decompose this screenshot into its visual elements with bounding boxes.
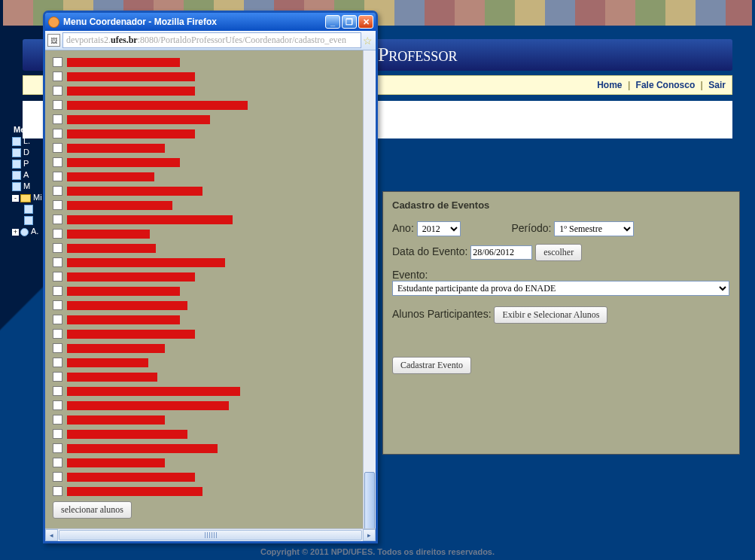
student-checkbox[interactable] xyxy=(53,386,62,396)
popup-titlebar[interactable]: Menu Coordenador - Mozilla Firefox _ ❐ ✕ xyxy=(45,13,376,31)
submit-event-button[interactable]: Cadastrar Evento xyxy=(392,357,471,374)
student-row xyxy=(53,55,360,69)
student-checkbox[interactable] xyxy=(53,472,62,482)
window-close-button[interactable]: ✕ xyxy=(358,15,373,29)
date-input[interactable] xyxy=(470,245,532,260)
popup-window: Menu Coordenador - Mozilla Firefox _ ❐ ✕… xyxy=(43,11,378,543)
link-exit[interactable]: Sair xyxy=(708,80,726,90)
choose-date-button[interactable]: escolher xyxy=(535,244,582,261)
student-checkbox[interactable] xyxy=(53,114,62,124)
redacted-name xyxy=(67,344,165,353)
popup-viewport: selecionar alunos xyxy=(45,50,363,528)
student-checkbox[interactable] xyxy=(53,486,62,496)
show-select-students-button[interactable]: Exibir e Selecionar Alunos xyxy=(494,306,607,324)
student-row xyxy=(53,255,360,269)
select-students-button[interactable]: selecionar alunos xyxy=(53,501,132,519)
student-checkbox[interactable] xyxy=(53,129,62,138)
popup-title: Menu Coordenador - Mozilla Firefox xyxy=(63,17,325,27)
student-row xyxy=(53,155,360,169)
student-checkbox[interactable] xyxy=(53,315,62,324)
student-checkbox[interactable] xyxy=(53,372,62,382)
student-checkbox[interactable] xyxy=(53,429,62,439)
student-row xyxy=(53,470,360,484)
tree-folder[interactable]: -Mi xyxy=(12,192,42,203)
separator: | xyxy=(698,80,706,90)
hscroll-thumb[interactable] xyxy=(59,530,362,540)
student-checkbox[interactable] xyxy=(53,358,62,367)
link-contact[interactable]: Fale Conosco xyxy=(636,80,696,90)
redacted-name xyxy=(67,330,195,339)
redacted-name xyxy=(67,72,195,81)
student-checkbox[interactable] xyxy=(53,415,62,425)
student-checkbox[interactable] xyxy=(53,186,62,196)
person-icon xyxy=(20,228,29,236)
vertical-scrollbar[interactable] xyxy=(363,50,376,528)
redacted-name xyxy=(67,187,202,196)
student-row xyxy=(53,84,360,98)
url-host: ufes.br xyxy=(111,35,138,45)
student-row xyxy=(53,269,360,284)
scroll-left-button[interactable]: ◂ xyxy=(45,529,58,541)
collapse-icon[interactable]: - xyxy=(12,195,19,202)
document-icon xyxy=(12,171,21,180)
student-checkbox[interactable] xyxy=(53,243,62,253)
student-checkbox[interactable] xyxy=(53,200,62,210)
url-input[interactable]: devportais2.ufes.br:8080/PortaldoProfess… xyxy=(62,32,361,48)
site-identity-icon[interactable]: 🖼 xyxy=(47,34,60,47)
window-minimize-button[interactable]: _ xyxy=(325,15,340,29)
document-icon xyxy=(12,148,21,157)
student-checkbox[interactable] xyxy=(53,257,62,267)
period-select[interactable]: 1º Semestre xyxy=(554,221,634,236)
redacted-name xyxy=(67,287,180,296)
link-home[interactable]: Home xyxy=(597,80,622,90)
student-checkbox[interactable] xyxy=(53,329,62,339)
tree-title: Menu xyxy=(0,123,42,135)
student-checkbox[interactable] xyxy=(53,343,62,353)
student-checkbox[interactable] xyxy=(53,215,62,224)
tree-item[interactable]: +A. xyxy=(12,226,42,237)
tree-item[interactable] xyxy=(24,203,42,215)
student-checkbox[interactable] xyxy=(53,157,62,167)
app-tree: Menu L.DPAM-Mi+A. xyxy=(0,123,42,237)
tree-item[interactable] xyxy=(24,215,42,226)
student-checkbox[interactable] xyxy=(53,286,62,296)
close-icon: ✕ xyxy=(363,18,370,26)
student-row xyxy=(53,298,360,312)
redacted-name xyxy=(67,458,165,467)
scrollbar-thumb[interactable] xyxy=(364,472,375,528)
tree-item[interactable]: M xyxy=(12,181,42,192)
date-label: Data do Evento: xyxy=(392,245,467,257)
student-checkbox[interactable] xyxy=(53,458,62,467)
window-maximize-button[interactable]: ❐ xyxy=(342,15,357,29)
scroll-right-button[interactable]: ▸ xyxy=(363,529,376,541)
year-select[interactable]: 2012 xyxy=(417,221,461,236)
redacted-name xyxy=(67,115,210,124)
student-checkbox[interactable] xyxy=(53,100,62,110)
student-row xyxy=(53,370,360,384)
event-select[interactable]: Estudante participante da prova do ENADE xyxy=(392,281,729,296)
tree-item[interactable]: P xyxy=(12,158,42,169)
redacted-name xyxy=(67,158,180,167)
student-checkbox[interactable] xyxy=(53,229,62,239)
expand-icon[interactable]: + xyxy=(12,229,19,236)
student-checkbox[interactable] xyxy=(53,72,62,81)
redacted-name xyxy=(67,144,165,153)
minimize-icon: _ xyxy=(330,18,335,26)
student-checkbox[interactable] xyxy=(53,86,62,96)
student-checkbox[interactable] xyxy=(53,57,62,67)
student-checkbox[interactable] xyxy=(53,143,62,153)
student-checkbox[interactable] xyxy=(53,272,62,282)
bookmark-star-icon[interactable]: ☆ xyxy=(361,35,373,47)
tree-item[interactable]: L. xyxy=(12,135,42,147)
student-row xyxy=(53,126,360,141)
period-label: Período: xyxy=(511,222,551,234)
redacted-name xyxy=(67,87,195,96)
student-checkbox[interactable] xyxy=(53,172,62,181)
horizontal-scrollbar[interactable]: ◂ ▸ xyxy=(45,528,376,541)
student-checkbox[interactable] xyxy=(53,400,62,410)
tree-item[interactable]: A xyxy=(12,169,42,181)
student-checkbox[interactable] xyxy=(53,443,62,453)
student-checkbox[interactable] xyxy=(53,300,62,310)
tree-item[interactable]: D xyxy=(12,147,42,158)
student-row xyxy=(53,284,360,298)
